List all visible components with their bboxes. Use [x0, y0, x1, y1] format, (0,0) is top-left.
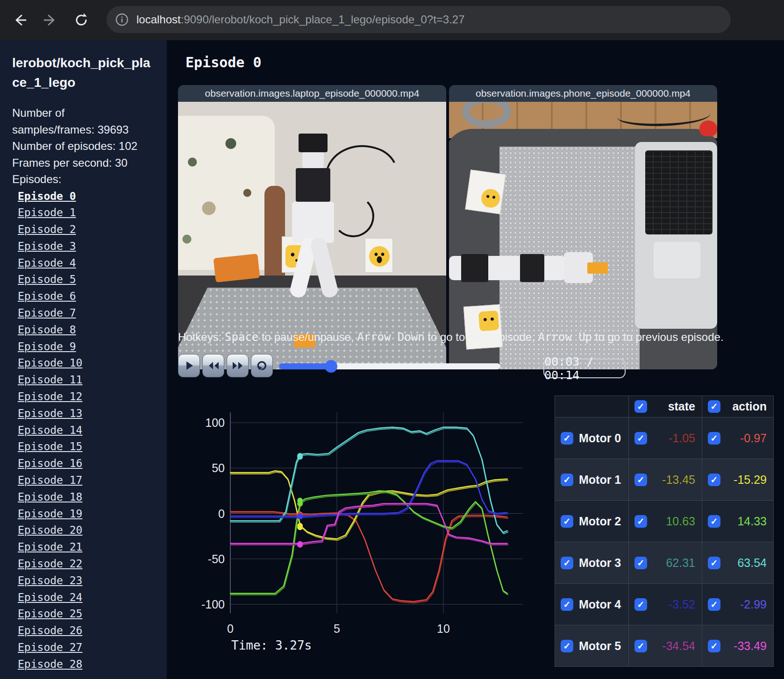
action-cell-checkbox[interactable]: ✓: [708, 474, 720, 486]
episode-link[interactable]: Episode 11: [18, 374, 82, 386]
episode-link[interactable]: Episode 7: [18, 307, 76, 319]
robot-motor: [520, 254, 544, 282]
episode-link[interactable]: Episode 17: [18, 474, 82, 486]
episode-link[interactable]: Episode 5: [18, 273, 76, 285]
motor-row-checkbox[interactable]: ✓: [561, 598, 573, 611]
episode-link[interactable]: Episode 6: [18, 290, 76, 302]
episode-link[interactable]: Episode 19: [18, 508, 82, 520]
state-cell-checkbox[interactable]: ✓: [634, 432, 647, 445]
episode-link[interactable]: Episode 24: [18, 591, 82, 603]
chart-line-state: [231, 462, 508, 518]
fast-forward-button[interactable]: [227, 354, 249, 377]
video-laptop[interactable]: [178, 102, 446, 369]
action-cell-checkbox[interactable]: ✓: [708, 640, 720, 652]
action-column-checkbox[interactable]: ✓: [708, 400, 720, 413]
smiley-sticker: [480, 188, 501, 209]
chart-line-state: [231, 513, 508, 603]
episode-link[interactable]: Episode 27: [18, 641, 82, 653]
episode-link[interactable]: Episode 28: [18, 658, 82, 670]
reload-icon[interactable]: [71, 10, 92, 30]
page-title: Episode 0: [185, 54, 262, 71]
state-cell-checkbox[interactable]: ✓: [634, 640, 647, 652]
episode-link[interactable]: Episode 10: [18, 357, 82, 369]
episode-link[interactable]: Episode 12: [18, 390, 82, 403]
action-value: -2.99: [720, 598, 767, 611]
episode-link[interactable]: Episode 3: [18, 240, 76, 252]
action-value: -15.29: [720, 473, 767, 487]
url-path: :9090/lerobot/koch_pick_place_1_lego/epi…: [181, 13, 465, 26]
state-cell-checkbox[interactable]: ✓: [634, 598, 647, 611]
hotkey-key: Arrow Down: [357, 331, 425, 344]
episode-link[interactable]: Episode 18: [18, 491, 82, 503]
episode-list-item: Episode 6: [12, 289, 167, 305]
episode-link[interactable]: Episode 4: [18, 257, 76, 269]
time-marker-dot: [297, 513, 303, 519]
scene-smiley-box: [465, 170, 506, 214]
episode-link[interactable]: Episode 14: [18, 424, 82, 436]
episode-link[interactable]: Episode 26: [18, 624, 82, 637]
episode-link[interactable]: Episode 9: [18, 340, 76, 353]
time-marker-dot: [297, 541, 303, 547]
episode-link[interactable]: Episode 2: [18, 223, 76, 235]
chart-line-state: [231, 505, 508, 545]
loop-button[interactable]: [251, 354, 273, 377]
episode-list-item: Episode 3: [12, 239, 167, 255]
video-phone[interactable]: [449, 102, 717, 369]
address-bar[interactable]: localhost:9090/lerobot/koch_pick_place_1…: [107, 6, 731, 33]
forward-icon[interactable]: [40, 10, 61, 30]
stat-line: Number of samples/frames: 39693: [12, 105, 142, 138]
chart-line-action: [230, 512, 507, 602]
state-column-checkbox[interactable]: ✓: [634, 400, 647, 413]
episode-list: Episode 0Episode 1Episode 2Episode 3Epis…: [12, 189, 167, 673]
episode-list-item: Episode 11: [12, 372, 167, 389]
action-value: 63.54: [720, 556, 767, 570]
episode-link[interactable]: Episode 0: [18, 190, 76, 202]
motor-row-checkbox[interactable]: ✓: [561, 557, 573, 569]
episode-link[interactable]: Episode 20: [18, 524, 82, 536]
motor-row-checkbox[interactable]: ✓: [561, 432, 573, 445]
seek-slider-thumb[interactable]: [325, 360, 337, 373]
rewind-button[interactable]: [202, 354, 224, 377]
robot-motor: [461, 254, 488, 282]
episode-list-item: Episode 19: [12, 506, 167, 523]
state-value: 62.31: [647, 556, 695, 570]
episode-list-item: Episode 23: [12, 573, 167, 590]
chart-time-label: Time: 3.27s: [231, 638, 312, 652]
episode-link[interactable]: Episode 22: [18, 558, 82, 570]
state-cell-checkbox[interactable]: ✓: [634, 474, 647, 486]
episode-list-item: Episode 4: [12, 255, 167, 272]
episode-link[interactable]: Episode 15: [18, 440, 82, 453]
state-value: -34.54: [647, 639, 695, 653]
play-button[interactable]: [178, 354, 200, 377]
episode-link[interactable]: Episode 1: [18, 206, 76, 219]
motor-row-checkbox[interactable]: ✓: [561, 640, 573, 652]
back-icon[interactable]: [9, 10, 30, 30]
episode-link[interactable]: Episode 23: [18, 574, 82, 587]
episode-link[interactable]: Episode 25: [18, 608, 82, 620]
action-cell-checkbox[interactable]: ✓: [708, 432, 720, 445]
seek-slider[interactable]: [279, 363, 500, 369]
episode-link[interactable]: Episode 21: [18, 541, 82, 553]
svg-text:5: 5: [334, 622, 340, 635]
episode-link[interactable]: Episode 16: [18, 457, 82, 469]
episode-list-item: Episode 25: [12, 606, 167, 623]
state-value: 10.63: [647, 515, 695, 528]
motor-chart[interactable]: 100500-50-1000510Time: 3.27s: [200, 388, 527, 668]
state-cell-checkbox[interactable]: ✓: [634, 557, 647, 569]
episode-link[interactable]: Episode 13: [18, 407, 82, 419]
info-icon[interactable]: [115, 13, 129, 27]
episode-list-item: Episode 9: [12, 339, 167, 356]
episode-list-item: Episode 26: [12, 623, 167, 640]
state-cell-checkbox[interactable]: ✓: [634, 515, 647, 528]
episode-list-item: Episode 20: [12, 523, 167, 539]
table-corner-cell: [555, 396, 629, 417]
motor-row-checkbox[interactable]: ✓: [561, 515, 573, 528]
smiley-sticker: [369, 246, 390, 267]
episodes-label: Episodes:: [12, 171, 167, 188]
action-cell-checkbox[interactable]: ✓: [708, 557, 720, 569]
action-cell-checkbox[interactable]: ✓: [708, 515, 720, 528]
action-cell-checkbox[interactable]: ✓: [708, 598, 720, 611]
motor-row-checkbox[interactable]: ✓: [561, 474, 573, 486]
sidebar: lerobot/koch_pick_place_1_lego Number of…: [0, 40, 167, 679]
episode-link[interactable]: Episode 8: [18, 324, 76, 336]
